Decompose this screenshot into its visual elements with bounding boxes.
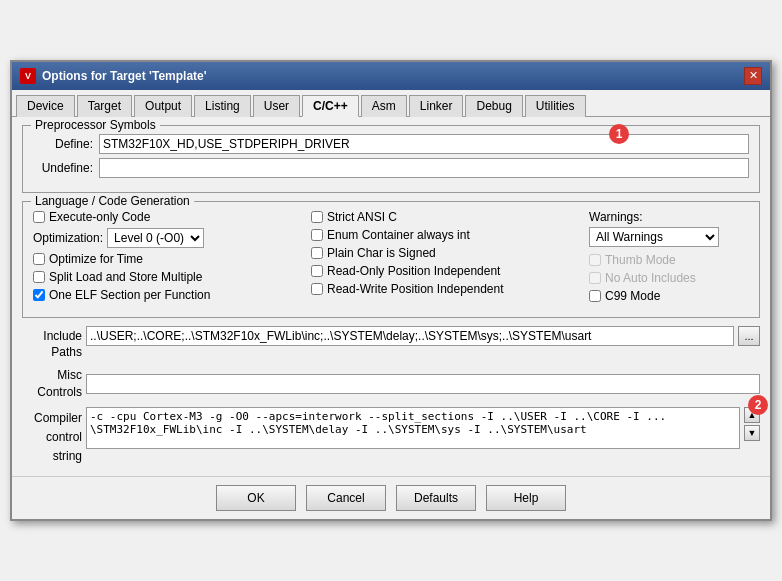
badge-2: 2 — [748, 395, 768, 415]
bottom-buttons: OK Cancel Defaults Help — [12, 476, 770, 519]
optimize-time-row: Optimize for Time — [33, 252, 301, 266]
tab-user[interactable]: User — [253, 95, 300, 117]
optimize-time-label: Optimize for Time — [49, 252, 143, 266]
read-only-row: Read-Only Position Independent — [311, 264, 579, 278]
thumb-mode-label: Thumb Mode — [605, 253, 676, 267]
misc-controls-input[interactable] — [86, 374, 760, 394]
app-icon: V — [20, 68, 36, 84]
one-elf-label: One ELF Section per Function — [49, 288, 210, 302]
cancel-button[interactable]: Cancel — [306, 485, 386, 511]
read-write-checkbox[interactable] — [311, 283, 323, 295]
tab-output[interactable]: Output — [134, 95, 192, 117]
enum-container-label: Enum Container always int — [327, 228, 470, 242]
define-label: Define: — [33, 137, 93, 151]
execute-only-checkbox[interactable] — [33, 211, 45, 223]
strict-ansi-checkbox[interactable] — [311, 211, 323, 223]
help-button[interactable]: Help — [486, 485, 566, 511]
enum-container-checkbox[interactable] — [311, 229, 323, 241]
close-button[interactable]: ✕ — [744, 67, 762, 85]
misc-controls-label: MiscControls — [22, 367, 82, 401]
include-paths-label: IncludePaths — [22, 326, 82, 362]
define-row: Define: — [33, 134, 749, 154]
warnings-select[interactable]: All Warnings No Warnings — [589, 227, 719, 247]
tab-target[interactable]: Target — [77, 95, 132, 117]
code-gen-section: Execute-only Code Optimization: Level 0 … — [33, 210, 749, 307]
read-only-checkbox[interactable] — [311, 265, 323, 277]
language-group-label: Language / Code Generation — [31, 194, 194, 208]
undefine-input[interactable] — [99, 158, 749, 178]
misc-controls-section: MiscControls 2 — [22, 367, 760, 401]
tab-cpp[interactable]: C/C++ — [302, 95, 359, 117]
dialog-title: Options for Target 'Template' — [42, 69, 207, 83]
read-write-row: Read-Write Position Independent — [311, 282, 579, 296]
split-load-checkbox[interactable] — [33, 271, 45, 283]
tab-utilities[interactable]: Utilities — [525, 95, 586, 117]
ok-button[interactable]: OK — [216, 485, 296, 511]
code-gen-col-middle: Strict ANSI C Enum Container always int … — [311, 210, 579, 307]
tab-linker[interactable]: Linker — [409, 95, 464, 117]
tab-listing[interactable]: Listing — [194, 95, 251, 117]
one-elf-checkbox[interactable] — [33, 289, 45, 301]
define-input[interactable] — [99, 134, 749, 154]
read-only-label: Read-Only Position Independent — [327, 264, 500, 278]
language-group: Language / Code Generation Execute-only … — [22, 201, 760, 318]
include-paths-browse-button[interactable]: ... — [738, 326, 760, 346]
optimization-label: Optimization: — [33, 231, 103, 245]
tab-debug[interactable]: Debug — [465, 95, 522, 117]
thumb-mode-checkbox — [589, 254, 601, 266]
split-load-row: Split Load and Store Multiple — [33, 270, 301, 284]
optimize-time-checkbox[interactable] — [33, 253, 45, 265]
no-auto-includes-checkbox — [589, 272, 601, 284]
execute-only-row: Execute-only Code — [33, 210, 301, 224]
defaults-button[interactable]: Defaults — [396, 485, 476, 511]
strict-ansi-label: Strict ANSI C — [327, 210, 397, 224]
code-gen-col-left: Execute-only Code Optimization: Level 0 … — [33, 210, 301, 307]
read-write-label: Read-Write Position Independent — [327, 282, 504, 296]
no-auto-includes-label: No Auto Includes — [605, 271, 696, 285]
title-bar: V Options for Target 'Template' ✕ — [12, 62, 770, 90]
one-elf-row: One ELF Section per Function — [33, 288, 301, 302]
no-auto-includes-row: No Auto Includes — [589, 271, 749, 285]
tab-device[interactable]: Device — [16, 95, 75, 117]
warnings-col: Warnings: All Warnings No Warnings Thumb… — [589, 210, 749, 307]
compiler-control-textarea[interactable]: -c -cpu Cortex-M3 -g -O0 --apcs=interwor… — [86, 407, 740, 449]
compiler-down-button[interactable]: ▼ — [744, 425, 760, 441]
c99-mode-row: C99 Mode — [589, 289, 749, 303]
undefine-label: Undefine: — [33, 161, 93, 175]
enum-container-row: Enum Container always int — [311, 228, 579, 242]
main-content: Preprocessor Symbols 1 Define: Undefine:… — [12, 117, 770, 477]
plain-char-row: Plain Char is Signed — [311, 246, 579, 260]
preprocessor-group-label: Preprocessor Symbols — [31, 118, 160, 132]
undefine-row: Undefine: — [33, 158, 749, 178]
c99-mode-checkbox[interactable] — [589, 290, 601, 302]
dialog: V Options for Target 'Template' ✕ Device… — [10, 60, 772, 522]
warnings-label: Warnings: — [589, 210, 749, 224]
badge-1: 1 — [609, 124, 629, 144]
c99-mode-label: C99 Mode — [605, 289, 660, 303]
compiler-control-section: Compilercontrolstring -c -cpu Cortex-M3 … — [22, 407, 760, 467]
tab-asm[interactable]: Asm — [361, 95, 407, 117]
execute-only-label: Execute-only Code — [49, 210, 150, 224]
optimization-select[interactable]: Level 0 (-O0) Level 1 (-O1) Level 2 (-O2… — [107, 228, 204, 248]
include-paths-input[interactable] — [86, 326, 734, 346]
thumb-mode-row: Thumb Mode — [589, 253, 749, 267]
plain-char-checkbox[interactable] — [311, 247, 323, 259]
plain-char-label: Plain Char is Signed — [327, 246, 436, 260]
strict-ansi-row: Strict ANSI C — [311, 210, 579, 224]
split-load-label: Split Load and Store Multiple — [49, 270, 202, 284]
optimization-row: Optimization: Level 0 (-O0) Level 1 (-O1… — [33, 228, 301, 248]
include-paths-section: IncludePaths ... — [22, 326, 760, 362]
compiler-control-label: Compilercontrolstring — [22, 407, 82, 467]
preprocessor-group: Preprocessor Symbols 1 Define: Undefine: — [22, 125, 760, 193]
tabs-bar: Device Target Output Listing User C/C++ … — [12, 90, 770, 117]
